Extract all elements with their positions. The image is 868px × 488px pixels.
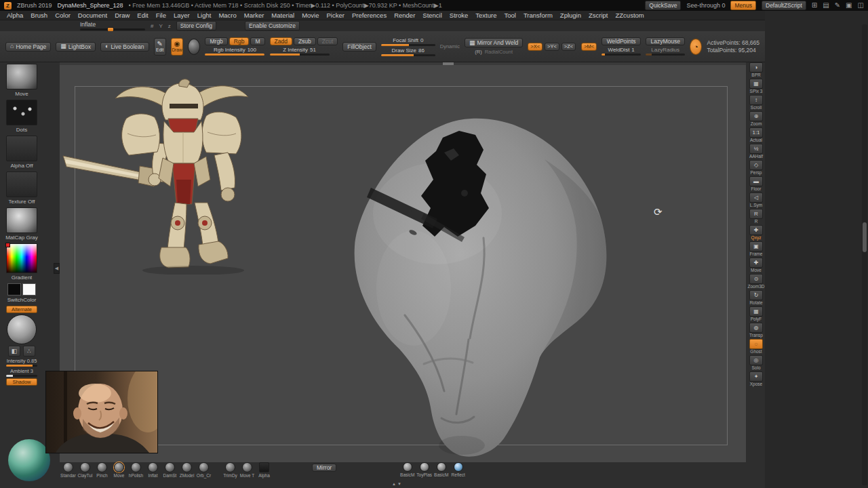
paint-sphere-icon[interactable] bbox=[188, 39, 200, 55]
z-intensity-slider[interactable]: Z Intensity51 bbox=[270, 47, 330, 56]
right-shelf-button[interactable]: ◍ Transp bbox=[747, 323, 765, 338]
menu-item[interactable]: Render bbox=[394, 12, 415, 19]
left-tray-divider-handle[interactable]: ◀ bbox=[54, 263, 60, 274]
zcut-button[interactable]: Zcut bbox=[317, 37, 338, 45]
right-shelf-button[interactable]: ▦ SPix 3 bbox=[747, 79, 765, 94]
right-shelf-button[interactable]: ½ AAHalf bbox=[747, 144, 765, 159]
quick-brush-button[interactable]: Inflat bbox=[144, 462, 161, 478]
texture-thumbnail[interactable] bbox=[6, 171, 37, 197]
secondary-color-swatch[interactable] bbox=[22, 283, 36, 296]
zsub-button[interactable]: Zsub bbox=[294, 37, 316, 45]
menu-item[interactable]: File bbox=[156, 12, 166, 19]
pen-icon[interactable]: ✎ bbox=[835, 2, 840, 9]
layout-icon[interactable]: ◫ bbox=[858, 2, 864, 9]
m-button[interactable]: M bbox=[250, 37, 264, 45]
mirror-and-weld-button[interactable]: ▦ Mirror And Weld bbox=[465, 38, 523, 47]
nav-up-icon[interactable]: ▲ bbox=[392, 482, 397, 486]
zadd-button[interactable]: Zadd bbox=[270, 37, 292, 45]
inflate-slider[interactable]: Inflate bbox=[80, 21, 145, 30]
quick-material-button[interactable]: ToyPlas bbox=[416, 462, 433, 477]
quick-brush-button[interactable]: Standar bbox=[60, 462, 77, 478]
right-shelf-button[interactable]: ◁ L.Sym bbox=[747, 192, 765, 208]
lazymouse-button[interactable]: LazyMouse bbox=[646, 37, 685, 45]
axis-x-button[interactable]: >X< bbox=[528, 43, 542, 51]
menu-item[interactable]: Transform bbox=[524, 12, 553, 19]
quick-brush-button[interactable]: TrimDy bbox=[222, 462, 239, 478]
right-shelf-button[interactable]: ✚ Qxyz bbox=[747, 225, 765, 241]
draw-size-slider[interactable]: Draw Size86 bbox=[381, 47, 435, 56]
alternate-button[interactable]: Alternate bbox=[6, 306, 37, 313]
paint-bucket-icon[interactable]: ◧ bbox=[8, 346, 20, 357]
live-boolean-button[interactable]: ◐ Live Boolean bbox=[100, 42, 149, 52]
menu-item[interactable]: Macro bbox=[218, 12, 236, 19]
fillobject-button[interactable]: FillObject bbox=[342, 42, 376, 52]
primary-color-swatch[interactable] bbox=[7, 283, 21, 296]
dynamic-label[interactable]: Dynamic bbox=[440, 43, 460, 50]
right-shelf-button[interactable]: R R bbox=[747, 209, 765, 224]
spray-icon[interactable]: ∴ bbox=[23, 346, 35, 357]
y-icon[interactable]: Y bbox=[159, 23, 162, 29]
welddist-slider[interactable]: WeldDist1 bbox=[601, 47, 641, 56]
menu-item[interactable]: Picker bbox=[327, 12, 344, 19]
menu-item[interactable]: Color bbox=[55, 12, 71, 19]
see-through-slider[interactable]: See-through 0 bbox=[686, 2, 725, 9]
menu-item[interactable]: ZZcustom bbox=[616, 12, 644, 19]
weldpoints-button[interactable]: WeldPoints bbox=[601, 37, 641, 45]
menu-item[interactable]: Material bbox=[271, 12, 294, 19]
quick-material-button[interactable]: Reflect bbox=[450, 462, 467, 477]
menu-item[interactable]: Movie bbox=[302, 12, 319, 19]
quick-brush-button[interactable]: ClayTul bbox=[77, 462, 94, 478]
quick-brush-button[interactable]: Alpha bbox=[256, 462, 273, 478]
quick-brush-button[interactable]: Move T bbox=[239, 462, 256, 478]
right-shelf-button[interactable]: ◇ Persp bbox=[747, 160, 765, 176]
lightbox-button[interactable]: ▦ LightBox bbox=[56, 42, 96, 52]
menu-item[interactable]: Zscript bbox=[589, 12, 608, 19]
menu-item[interactable]: Tool bbox=[504, 12, 515, 19]
quick-brush-button[interactable]: Orb_Cr bbox=[195, 462, 212, 478]
material-ball[interactable] bbox=[7, 314, 37, 344]
enable-customize-button[interactable]: Enable Customize bbox=[245, 21, 300, 30]
shadow-button[interactable]: Shadow bbox=[6, 378, 37, 386]
right-shelf-button[interactable]: ◑ BPR bbox=[747, 62, 765, 78]
color-picker[interactable] bbox=[6, 243, 37, 273]
draw-button[interactable]: ◉ Draw bbox=[171, 38, 183, 56]
quick-brush-button[interactable]: DamSt bbox=[161, 462, 178, 478]
intensity-slider[interactable]: Intensity 0.85 bbox=[6, 358, 37, 367]
axis-m-button[interactable]: >M< bbox=[581, 43, 597, 51]
grid-icon[interactable]: ⊞ bbox=[812, 2, 817, 9]
menu-item[interactable]: Light bbox=[197, 12, 212, 19]
menu-item[interactable]: Zplugin bbox=[560, 12, 581, 19]
right-shelf-button[interactable]: ◎ Solo bbox=[747, 355, 765, 371]
z-icon[interactable]: z bbox=[168, 23, 171, 29]
quick-brush-button[interactable]: hPolish bbox=[127, 462, 144, 478]
menu-item[interactable]: Draw bbox=[115, 12, 130, 19]
right-shelf-button[interactable]: 1:1 Actual bbox=[747, 127, 765, 143]
focal-shift-slider[interactable]: Focal Shift0 bbox=[381, 37, 435, 46]
right-shelf-button[interactable]: ▬ Floor bbox=[747, 176, 765, 192]
axis-z-button[interactable]: >Z< bbox=[561, 43, 576, 51]
right-shelf-button[interactable]: ✚ Move bbox=[747, 258, 765, 273]
quick-material-button[interactable]: BasicM bbox=[399, 462, 416, 477]
menu-item[interactable]: Stencil bbox=[422, 12, 442, 19]
menu-item[interactable]: Marker bbox=[244, 12, 264, 19]
menu-item[interactable]: Brush bbox=[31, 12, 47, 19]
ambient-slider[interactable]: Ambient 3 bbox=[6, 368, 37, 377]
menu-item[interactable]: Edit bbox=[137, 12, 148, 19]
canvas-hscrollbar[interactable] bbox=[60, 62, 746, 65]
alpha-thumbnail[interactable] bbox=[6, 136, 37, 161]
right-shelf-button[interactable]: ▦ PolyF bbox=[747, 306, 765, 322]
menu-item[interactable]: Document bbox=[78, 12, 107, 19]
rgb-intensity-slider[interactable]: Rgb Intensity100 bbox=[205, 47, 264, 56]
menu-item[interactable]: Layer bbox=[174, 12, 190, 19]
right-shelf-button[interactable]: ▣ Frame bbox=[747, 241, 765, 257]
menu-item[interactable]: Texture bbox=[475, 12, 496, 19]
right-shelf-button[interactable]: ⊕ Zoom bbox=[747, 111, 765, 127]
axis-y-button[interactable]: >Y< bbox=[545, 43, 559, 51]
quick-brush-button[interactable]: Pinch bbox=[94, 462, 111, 478]
right-shelf-button[interactable]: ✦ Xpose bbox=[747, 371, 765, 387]
menu-item[interactable]: Preferences bbox=[352, 12, 387, 19]
quick-brush-button[interactable]: Move bbox=[111, 462, 127, 478]
quicksave-button[interactable]: QuickSave bbox=[645, 1, 681, 10]
right-shelf-button[interactable]: ⊙ Zoom3D bbox=[747, 274, 765, 289]
viewport-canvas[interactable]: ⟳ bbox=[60, 62, 746, 462]
